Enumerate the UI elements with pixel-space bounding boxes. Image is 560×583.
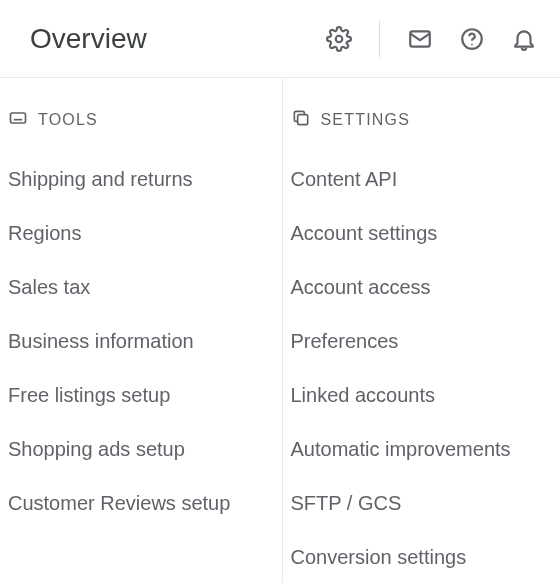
copy-icon [291,108,311,132]
tools-item-customer-reviews-setup[interactable]: Customer Reviews setup [8,476,274,530]
bell-icon[interactable] [498,13,550,65]
tools-column: TOOLS Shipping and returns Regions Sales… [0,78,282,583]
settings-item-preferences[interactable]: Preferences [291,314,557,368]
tools-item-shipping-and-returns[interactable]: Shipping and returns [8,152,274,206]
header-separator [379,21,380,57]
menu-columns: TOOLS Shipping and returns Regions Sales… [0,78,560,583]
settings-list: Content API Account settings Account acc… [291,152,557,583]
page-title: Overview [30,23,147,55]
settings-item-automatic-improvements[interactable]: Automatic improvements [291,422,557,476]
header-bar: Overview [0,0,560,78]
svg-point-0 [336,35,343,42]
keyboard-icon [8,108,28,132]
tools-item-regions[interactable]: Regions [8,206,274,260]
help-icon[interactable] [446,13,498,65]
mail-icon[interactable] [394,13,446,65]
settings-item-linked-accounts[interactable]: Linked accounts [291,368,557,422]
settings-item-account-access[interactable]: Account access [291,260,557,314]
settings-item-conversion-settings[interactable]: Conversion settings [291,530,557,583]
svg-point-3 [471,43,473,45]
svg-rect-9 [297,115,307,125]
tools-item-free-listings-setup[interactable]: Free listings setup [8,368,274,422]
settings-column: SETTINGS Content API Account settings Ac… [283,78,561,583]
svg-rect-4 [11,113,26,123]
gear-icon[interactable] [313,13,365,65]
tools-item-shopping-ads-setup[interactable]: Shopping ads setup [8,422,274,476]
header-actions [313,13,550,65]
tools-list: Shipping and returns Regions Sales tax B… [8,152,274,530]
settings-item-account-settings[interactable]: Account settings [291,206,557,260]
settings-header: SETTINGS [291,108,557,152]
settings-heading: SETTINGS [321,111,411,129]
tools-heading: TOOLS [38,111,98,129]
tools-item-sales-tax[interactable]: Sales tax [8,260,274,314]
settings-item-content-api[interactable]: Content API [291,152,557,206]
tools-header: TOOLS [8,108,274,152]
settings-item-sftp-gcs[interactable]: SFTP / GCS [291,476,557,530]
tools-item-business-information[interactable]: Business information [8,314,274,368]
